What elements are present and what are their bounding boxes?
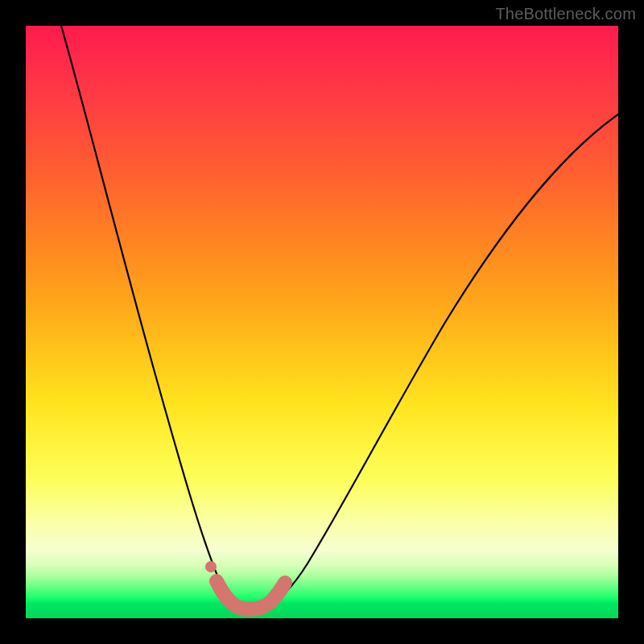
optimal-range-dot (205, 561, 217, 572)
curve-svg (26, 26, 618, 618)
plot-area (26, 26, 618, 618)
optimal-range-marker (217, 581, 285, 609)
watermark-text: TheBottleneck.com (495, 5, 636, 23)
bottleneck-curve (61, 26, 618, 609)
chart-frame: TheBottleneck.com (0, 0, 644, 644)
